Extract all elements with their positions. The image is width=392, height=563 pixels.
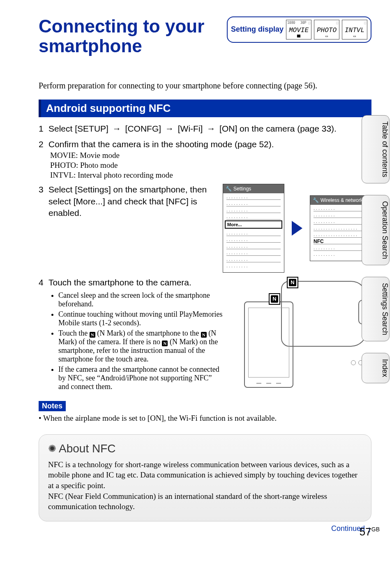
step-4-bullet-1: Cancel sleep and the screen lock of the … (58, 291, 224, 308)
b3-seg-b: (N Mark) of the smartphone to the (95, 329, 201, 337)
tab-index[interactable]: Index (362, 353, 390, 383)
step-3: 3 Select [Settings] on the smartphone, t… (39, 184, 371, 273)
phone-wireless-header: Wireless & networks (321, 197, 365, 203)
display-icon-photo: ⬚ PHOTO ▭ (314, 20, 339, 39)
step-1-seg3: [Wi-Fi] (178, 124, 203, 133)
tab-settings-line2: Search (380, 312, 389, 335)
page-number: 57GB (360, 526, 380, 538)
page-number-value: 57 (360, 526, 371, 538)
arrow-icon: → (111, 124, 123, 133)
step-4-bullet-2: Continue touching without moving until P… (58, 310, 224, 327)
notes-heading: Notes (39, 401, 66, 411)
display-icon-intvl: ⬚ INTVL ▭ (342, 20, 367, 39)
step-4-text: Touch the smartphone to the camera. (48, 277, 224, 288)
tab-toc-line1: Table of (381, 121, 389, 147)
wrench-icon: 🔧 (226, 186, 232, 192)
n-mark-icon: N (90, 332, 95, 338)
about-nfc-body: NFC is a technology for short-range wire… (48, 459, 362, 512)
tab-operation-search[interactable]: Operation Search (362, 195, 390, 265)
step-1: 1 Select [SETUP] → [CONFG] → [Wi-Fi] → [… (39, 123, 371, 134)
phone-settings-screen: 🔧Settings ......... ......... ......... … (223, 184, 284, 273)
setting-display-label: Setting display (231, 25, 284, 34)
step-2-sub3: INTVL: Interval photo recording mode (50, 171, 371, 180)
intro-text: Perform preparation for connecting to yo… (39, 81, 371, 90)
tab-settings-line1: Settings (381, 283, 389, 310)
tab-settings-search[interactable]: Settings Search (362, 277, 390, 341)
page-number-gb: GB (371, 526, 380, 533)
step-1-seg4: [ON] on the camera (page 33). (219, 124, 337, 133)
arrow-icon: → (205, 124, 217, 133)
step-4-num: 4 (39, 277, 48, 288)
phone-settings-header: Settings (233, 186, 251, 192)
b3-seg-a: Touch the (58, 329, 90, 337)
step-3-text: Select [Settings] on the smartphone, the… (48, 184, 214, 219)
tip-bulb-icon: ✺ (48, 443, 56, 454)
about-nfc-box: ✺ About NFC NFC is a technology for shor… (39, 434, 371, 521)
step-3-num: 3 (39, 184, 48, 219)
triangle-right-icon (292, 221, 302, 236)
phone-more-item: More... (225, 220, 282, 229)
display-icon-movie: 108030P ⬚ MOVIE ⯀ (286, 20, 311, 39)
page-title: Connecting to your smartphone (39, 16, 223, 56)
tab-table-of-contents[interactable]: Table of contents (362, 115, 390, 183)
n-mark-icon: N (162, 341, 168, 346)
step-2-sub2: PHOTO: Photo mode (50, 161, 371, 170)
wrench-icon: 🔧 (313, 197, 319, 203)
tab-toc-line2: contents (380, 149, 389, 177)
step-4-bullet-4: If the camera and the smartphone cannot … (58, 365, 224, 391)
about-nfc-title: About NFC (59, 442, 116, 455)
phone-screenshots: 🔧Settings ......... ......... ......... … (223, 184, 371, 273)
step-4-bullet-3: Touch the N (N Mark) of the smartphone t… (58, 329, 224, 364)
step-2-num: 2 (39, 139, 48, 150)
step-2-sub1: MOVIE: Movie mode (50, 151, 371, 160)
setting-display-box: Setting display 108030P ⬚ MOVIE ⯀ ⬚ PHOT… (227, 16, 371, 43)
step-1-seg1: Select [SETUP] (48, 124, 108, 133)
section-heading: Android supporting NFC (39, 100, 371, 117)
step-2: 2 Confirm that the camera is in the shoo… (39, 139, 371, 180)
tab-index-label: Index (381, 359, 389, 377)
tab-operation-line2: Search (380, 236, 389, 259)
step-1-seg2: [CONFG] (125, 124, 161, 133)
step-4: 4 Touch the smartphone to the camera. Ca… (39, 277, 371, 392)
notes-body: • When the airplane mode is set to [ON],… (39, 414, 371, 423)
n-mark-camera-icon: N (287, 277, 298, 288)
tab-operation-line1: Operation (381, 201, 389, 234)
n-mark-phone-icon: N (269, 293, 280, 305)
step-1-text: Select [SETUP] → [CONFG] → [Wi-Fi] → [ON… (48, 123, 371, 134)
phone-nfc-item: NFC (314, 238, 368, 244)
step-1-num: 1 (39, 123, 48, 134)
arrow-icon: → (164, 124, 175, 133)
step-2-text: Confirm that the camera is in the shooti… (48, 139, 371, 150)
camera-touch-illustration: N N (232, 277, 371, 380)
n-mark-icon: N (201, 332, 207, 338)
